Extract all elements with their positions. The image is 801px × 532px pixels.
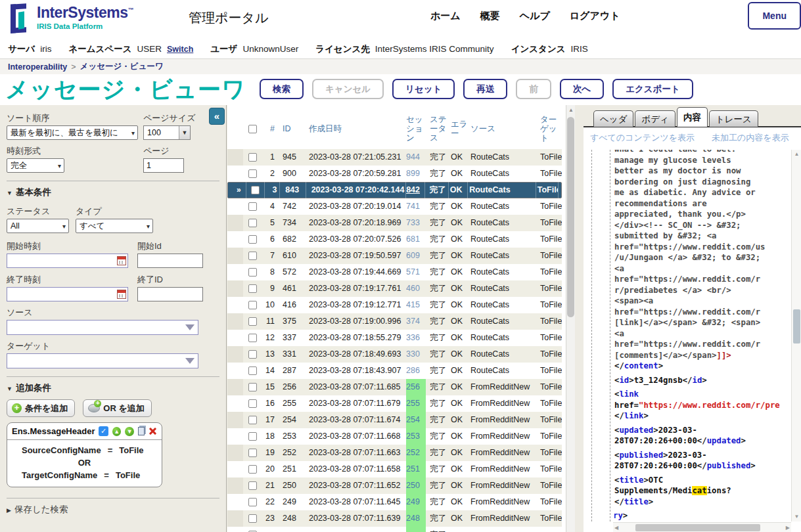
table-row[interactable]: 202512023-03-28 07:07:11.658251完了OKFromR… — [227, 461, 562, 477]
column-header-2[interactable]: 作成日時 — [304, 124, 406, 133]
end-id-input[interactable] — [137, 287, 203, 301]
content-horizontal-scrollbar[interactable]: ◀ ▶ — [613, 522, 791, 532]
action-button-6[interactable]: エクスポート — [612, 79, 693, 99]
scroll-down-icon[interactable]: ▼ — [792, 512, 801, 521]
breadcrumb-root-link[interactable]: Interoperability — [8, 62, 67, 72]
table-row[interactable]: 222492023-03-28 07:07:11.645249完了OKFromR… — [227, 494, 562, 510]
column-header-1[interactable]: ID — [277, 124, 304, 133]
time-format-select[interactable]: 完全▾ — [7, 158, 64, 173]
row-checkbox[interactable] — [248, 219, 257, 227]
table-scrollbar[interactable]: ▲ — [566, 105, 575, 532]
sort-order-select[interactable]: 最新を最初に、最古を最初に▾ — [7, 125, 138, 140]
table-row[interactable]: 104162023-03-28 07:19:12.771415完了OKRoute… — [227, 297, 562, 313]
session-link[interactable]: 249 — [406, 497, 420, 506]
session-link[interactable]: 252 — [406, 448, 420, 457]
action-button-2[interactable]: リセット — [392, 79, 455, 99]
table-row[interactable]: 142872023-03-28 07:18:43.907286完了OKRoute… — [227, 363, 562, 379]
column-header-3[interactable]: セッション — [406, 115, 426, 143]
row-checkbox[interactable] — [248, 366, 257, 375]
table-row[interactable]: 94612023-03-28 07:19:17.761460完了OKRouteC… — [227, 280, 562, 297]
session-link[interactable]: 256 — [406, 382, 420, 391]
session-link[interactable]: 609 — [406, 251, 420, 260]
start-time-input[interactable] — [7, 254, 128, 268]
session-link[interactable]: 330 — [406, 349, 420, 359]
scroll-up-icon[interactable]: ▲ — [792, 150, 801, 159]
column-header-0[interactable]: # — [262, 124, 277, 133]
row-checkbox[interactable] — [251, 186, 260, 194]
session-link[interactable]: 253 — [406, 432, 420, 441]
row-checkbox[interactable] — [248, 350, 257, 359]
table-row[interactable]: 192522023-03-28 07:07:11.663252完了OKFromR… — [227, 445, 562, 461]
session-link[interactable]: 336 — [406, 333, 420, 342]
saved-searches-section-toggle[interactable]: ▶保存した検索 — [7, 504, 219, 516]
session-link[interactable]: 255 — [406, 399, 420, 408]
session-link[interactable]: 944 — [406, 152, 420, 162]
column-header-4[interactable]: ステータス — [426, 115, 449, 143]
tab-0[interactable]: ヘッダ — [593, 110, 633, 127]
session-link[interactable]: 286 — [406, 366, 420, 375]
top-nav-link-2[interactable]: ヘルプ — [520, 10, 550, 22]
table-row[interactable]: 172542023-03-28 07:07:11.674254完了OKFromR… — [227, 412, 562, 428]
row-checkbox[interactable] — [248, 252, 257, 260]
row-checkbox[interactable] — [248, 235, 257, 244]
table-row[interactable]: 29002023-03-28 07:20:59.281899完了OKRouteC… — [227, 166, 562, 182]
action-button-5[interactable]: 次へ — [560, 79, 604, 99]
row-checkbox[interactable] — [248, 481, 257, 490]
table-row[interactable]: 19452023-03-28 07:21:05.231944完了OKRouteC… — [227, 149, 562, 166]
content-vertical-scrollbar[interactable]: ▲ ▼ — [791, 150, 801, 521]
table-row[interactable]: 47422023-03-28 07:20:19.014741完了OKRouteC… — [227, 198, 562, 215]
source-combo[interactable] — [7, 320, 198, 335]
session-link[interactable]: 250 — [406, 481, 420, 490]
table-row[interactable]: 57342023-03-28 07:20:18.969733完了OKRouteC… — [227, 215, 562, 231]
table-row[interactable]: 76102023-03-28 07:19:50.597609完了OKRouteC… — [227, 248, 562, 264]
end-time-input[interactable] — [7, 287, 128, 301]
status-select[interactable]: All▾ — [7, 219, 69, 233]
row-checkbox[interactable] — [248, 268, 257, 277]
criteria-checkbox[interactable]: ✓ — [99, 426, 108, 436]
dropdown-arrow-icon[interactable]: ▼ — [179, 126, 190, 139]
table-row[interactable]: 123372023-03-28 07:18:55.279336完了OKRoute… — [227, 330, 562, 346]
row-checkbox[interactable] — [248, 416, 257, 424]
table-row[interactable]: 212502023-03-28 07:07:11.652250完了OKFromR… — [227, 477, 562, 494]
calendar-icon[interactable] — [117, 290, 126, 299]
copy-icon[interactable] — [138, 427, 145, 435]
session-link[interactable]: 460 — [406, 284, 420, 293]
row-checkbox[interactable] — [248, 465, 257, 474]
table-row[interactable]: 完了 — [227, 527, 562, 532]
table-row[interactable]: »38432023-03-28 07:20:42.144842完了OKRoute… — [227, 182, 562, 198]
table-row[interactable]: 182532023-03-28 07:07:11.668253完了OKFromR… — [227, 428, 562, 445]
top-nav-link-1[interactable]: 概要 — [480, 10, 500, 22]
session-link[interactable]: 254 — [406, 415, 420, 424]
type-select[interactable]: すべて▾ — [76, 219, 153, 233]
column-header-7[interactable]: ターゲット — [539, 115, 562, 143]
action-button-0[interactable]: 検索 — [260, 79, 304, 99]
page-number-input[interactable] — [143, 158, 184, 173]
calendar-icon[interactable] — [117, 256, 126, 265]
session-link[interactable]: 842 — [406, 185, 420, 194]
move-up-icon[interactable]: ▲ — [112, 427, 121, 436]
collapse-sidebar-button[interactable]: « — [209, 108, 225, 125]
table-row[interactable]: 113752023-03-28 07:19:00.996374完了OKRoute… — [227, 313, 562, 330]
session-link[interactable]: 681 — [406, 234, 420, 244]
column-header-6[interactable]: ソース — [469, 124, 539, 133]
delete-icon[interactable] — [149, 427, 157, 435]
basic-criteria-section-toggle[interactable]: ▼基本条件 — [7, 187, 219, 198]
row-checkbox[interactable] — [248, 514, 257, 523]
session-link[interactable]: 733 — [406, 218, 420, 227]
table-row[interactable]: 232482023-03-28 07:07:11.639248完了OKFromR… — [227, 510, 562, 527]
add-or-button[interactable]: OR を追加 — [83, 399, 151, 417]
content-hscrollbar-thumb[interactable] — [635, 524, 760, 531]
session-link[interactable]: 415 — [406, 300, 420, 309]
content-scrollbar-thumb[interactable] — [793, 309, 800, 344]
select-all-checkbox[interactable] — [248, 125, 257, 133]
menu-button[interactable]: Menu — [748, 2, 801, 30]
row-checkbox[interactable] — [248, 399, 257, 408]
scroll-right-icon[interactable]: ▶ — [786, 523, 790, 532]
row-checkbox[interactable] — [248, 334, 257, 342]
add-condition-button[interactable]: +条件を追加 — [7, 399, 75, 417]
row-checkbox[interactable] — [248, 169, 257, 178]
row-checkbox[interactable] — [248, 383, 257, 391]
row-checkbox[interactable] — [248, 284, 257, 293]
table-row[interactable]: 85722023-03-28 07:19:44.669571完了OKRouteC… — [227, 264, 562, 280]
session-link[interactable]: 248 — [406, 514, 420, 523]
